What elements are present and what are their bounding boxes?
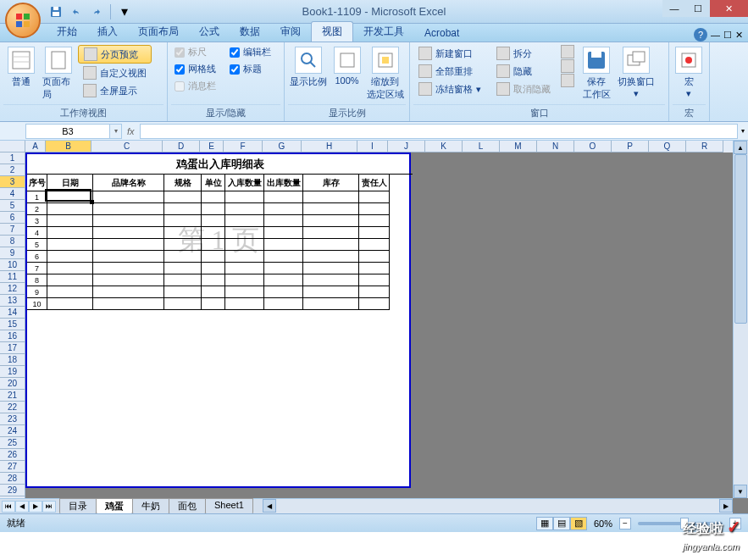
sheet-tab-鸡蛋[interactable]: 鸡蛋 [96,498,133,513]
cells-area[interactable]: 第 1 页 鸡蛋出入库明细表 序号日期品牌名称规格单位入库数量出库数量库存责任人… [25,152,733,498]
sheet-tab-目录[interactable]: 目录 [59,498,97,513]
help-icon[interactable]: ? [694,28,707,42]
table-cell[interactable] [93,286,164,298]
table-cell[interactable]: 3 [27,215,47,227]
minimize-button[interactable]: — [662,0,686,17]
row-header-27[interactable]: 27 [0,461,25,473]
reset-pos-icon[interactable] [561,74,574,87]
sheet-nav-next[interactable]: ▶ [29,501,42,513]
table-cell[interactable] [225,298,264,310]
zoom-level[interactable]: 60% [594,518,612,529]
page-break-preview-button[interactable]: 分页预览 [78,45,152,64]
table-cell[interactable] [93,263,164,274]
table-cell[interactable] [47,286,93,298]
table-cell[interactable] [47,227,93,239]
row-header-20[interactable]: 20 [0,378,25,390]
table-cell[interactable] [93,274,164,286]
arrange-all-button[interactable]: 全部重排 [413,63,486,80]
table-cell[interactable] [303,286,359,298]
column-header-R[interactable]: R [686,141,723,152]
column-header-K[interactable]: K [425,141,463,152]
doc-close-icon[interactable]: ✕ [735,30,743,41]
table-cell[interactable] [93,239,164,251]
table-cell[interactable] [359,191,390,203]
fx-icon[interactable]: fx [127,126,135,136]
tab-插入[interactable]: 插入 [87,22,128,42]
row-header-11[interactable]: 11 [0,271,25,283]
column-header-G[interactable]: G [263,141,302,152]
table-cell[interactable] [164,215,202,227]
table-cell[interactable] [202,274,225,286]
table-cell[interactable] [303,215,359,227]
hide-button[interactable]: 隐藏 [491,63,556,80]
table-cell[interactable] [202,215,225,227]
table-cell[interactable] [359,263,390,274]
table-cell[interactable] [47,298,93,310]
table-cell[interactable] [47,203,93,215]
maximize-button[interactable]: ☐ [686,0,710,17]
scroll-left-button[interactable]: ◀ [263,499,276,513]
table-cell[interactable] [303,298,359,310]
row-header-26[interactable]: 26 [0,449,25,461]
row-header-16[interactable]: 16 [0,330,25,342]
table-cell[interactable] [225,227,264,239]
table-cell[interactable] [202,227,225,239]
name-box-dropdown[interactable]: ▾ [110,124,122,139]
sheet-nav-prev[interactable]: ◀ [15,501,29,513]
table-cell[interactable] [264,286,303,298]
table-cell[interactable] [303,274,359,286]
table-cell[interactable]: 8 [27,274,47,286]
column-header-Q[interactable]: Q [649,141,686,152]
office-button[interactable] [5,3,41,38]
table-cell[interactable] [47,274,93,286]
table-cell[interactable]: 10 [27,298,47,310]
table-cell[interactable] [164,298,202,310]
table-cell[interactable] [225,203,264,215]
row-header-14[interactable]: 14 [0,307,25,319]
table-cell[interactable] [225,215,264,227]
table-cell[interactable] [225,263,264,274]
row-header-9[interactable]: 9 [0,247,25,259]
row-header-3[interactable]: 3 [0,176,25,188]
tab-开发工具[interactable]: 开发工具 [353,22,414,42]
table-cell[interactable] [303,227,359,239]
formula-input[interactable] [140,124,738,139]
table-cell[interactable] [359,227,390,239]
headings-checkbox[interactable]: 标题 [226,62,274,76]
table-cell[interactable] [47,215,93,227]
redo-button[interactable] [87,3,106,21]
table-cell[interactable] [225,274,264,286]
table-cell[interactable] [303,191,359,203]
tab-开始[interactable]: 开始 [47,22,87,42]
doc-restore-icon[interactable]: ☐ [723,30,732,41]
column-header-D[interactable]: D [163,141,200,152]
row-header-4[interactable]: 4 [0,188,25,200]
table-cell[interactable] [202,191,225,203]
tab-Acrobat[interactable]: Acrobat [414,25,469,42]
table-cell[interactable] [303,251,359,263]
row-header-28[interactable]: 28 [0,473,25,485]
scroll-thumb-v[interactable] [734,154,747,324]
tab-数据[interactable]: 数据 [230,22,270,42]
table-cell[interactable] [47,263,93,274]
table-cell[interactable] [93,251,164,263]
column-header-C[interactable]: C [91,141,163,152]
column-header-J[interactable]: J [388,141,425,152]
table-cell[interactable] [264,251,303,263]
row-header-15[interactable]: 15 [0,319,25,330]
status-page-layout-view[interactable]: ▤ [553,517,570,530]
table-cell[interactable]: 9 [27,286,47,298]
save-workspace-button[interactable]: 保存 工作区 [579,45,613,103]
column-header-N[interactable]: N [537,141,574,152]
column-header-F[interactable]: F [224,141,263,152]
row-header-29[interactable]: 29 [0,485,25,496]
zoom-out-button[interactable]: − [619,518,631,530]
table-cell[interactable] [359,298,390,310]
table-cell[interactable] [202,298,225,310]
table-cell[interactable] [264,263,303,274]
view-page-layout-button[interactable]: 页面布局 [41,45,76,103]
row-header-5[interactable]: 5 [0,200,25,212]
scroll-up-button[interactable]: ▲ [734,141,747,154]
column-header-E[interactable]: E [200,141,224,152]
table-cell[interactable] [93,298,164,310]
